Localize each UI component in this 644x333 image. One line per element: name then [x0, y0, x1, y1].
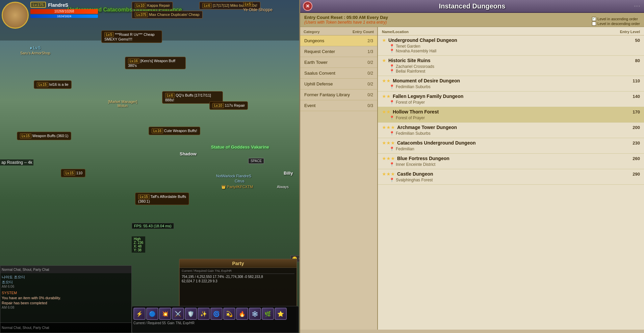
- dungeon-loc-8a: Inner Enceinte District: [396, 162, 435, 167]
- skill-icon-8[interactable]: 💫: [223, 308, 235, 320]
- ye-olde-label: Ye Olde Shoppe: [243, 7, 273, 12]
- stars-4: ★★: [382, 94, 391, 99]
- panel-header: ✕ Instanced Dungeons ···: [300, 0, 644, 13]
- location-icon-1a: 📍: [389, 44, 394, 49]
- chat-time-1: AM 6:06: [2, 285, 130, 288]
- location-icon-2b: 📍: [389, 69, 394, 74]
- skill-icon-9[interactable]: 🔥: [236, 308, 248, 320]
- category-name-fantasy: Former Fantasy Library: [304, 92, 367, 97]
- category-count-event: 0/3: [367, 103, 373, 108]
- category-count-earth: 0/2: [367, 60, 373, 65]
- tab-normal-chat[interactable]: Normal Chat, Shout, Party Chat: [2, 268, 49, 272]
- dungeon-castle[interactable]: ★★★ Castle Dungeon 290 📍 Svalphinghas Fo…: [378, 169, 644, 185]
- skill-icon-2[interactable]: 🔵: [146, 308, 158, 320]
- entry-level-5: 170: [633, 109, 640, 114]
- location-icon-6a: 📍: [389, 131, 394, 136]
- skill-icon-4[interactable]: ⚔️: [172, 308, 184, 320]
- sp-bar: 1624/1624: [30, 15, 98, 18]
- dungeon-name-9: Castle Dungeon: [397, 171, 633, 177]
- skill-icon-11[interactable]: 🌿: [262, 308, 274, 320]
- category-uphill[interactable]: Uphill Defense 0/2: [300, 79, 377, 89]
- entry-level-6: 200: [633, 125, 640, 130]
- dungeon-blue-fortress[interactable]: ★★★ Blue Fortress Dungeon 260 📍 Inner En…: [378, 154, 644, 169]
- category-dungeons[interactable]: Dungeons 2/3: [300, 35, 377, 46]
- sort-options: Level in ascending order Level in descen…: [592, 17, 640, 26]
- stars-3: ★★: [382, 78, 391, 83]
- location-icon-9a: 📍: [389, 178, 394, 182]
- skill-s1[interactable]: ⚡: [133, 308, 146, 320]
- dungeon-main-row-1: ★ Underground Chapel Dungeon 50: [382, 37, 640, 43]
- dungeon-underground-chapel[interactable]: ★ Underground Chapel Dungeon 50 📍 Tenet …: [378, 35, 644, 56]
- saru-label: ♦ Lv.5 Saru's ArmorShop: [20, 46, 50, 55]
- dungeon-monument[interactable]: ★★ Monument of Desire Dungeon 110 📍 Fedi…: [378, 76, 644, 92]
- dungeon-historic-site[interactable]: ★ Historic Site Ruins 80 📍 Zachariel Cro…: [378, 56, 644, 76]
- chat-msg-korean: 나아도 조으디조으디: [2, 275, 130, 285]
- dungeon-loc-4a: Forest of Prayer: [396, 100, 425, 105]
- menu-dots[interactable]: ···: [634, 3, 641, 9]
- dungeon-main-row-7: ★★★ Catacombs Underground Dungeon 230: [382, 140, 640, 146]
- party-row2: 62,024.7 1 8 222,29 9.3: [182, 279, 294, 283]
- hp-bar: 10268/10268: [30, 9, 98, 14]
- sort-descending[interactable]: Level in descending order: [592, 22, 640, 26]
- dungeon-catacombs[interactable]: ★★★ Catacombs Underground Dungeon 230 📍 …: [378, 138, 644, 154]
- location-icon-5a: 📍: [389, 116, 394, 120]
- shadow-label: Shadow: [180, 151, 197, 156]
- space-button[interactable]: SPACE: [248, 158, 264, 164]
- chat-lvl16: Lv.15 lvl16 is a lie: [34, 80, 72, 89]
- dungeon-archmage-tower[interactable]: ★★★ Archmage Tower Dungeon 200 📍 Fedimil…: [378, 123, 644, 138]
- sort-ascending[interactable]: Level in ascending order: [592, 17, 640, 21]
- category-earth-tower[interactable]: Earth Tower 0/2: [300, 57, 377, 68]
- dungeon-sub-1b: 📍 Novaha Assembly Hall: [382, 49, 640, 53]
- category-name-event: Event: [304, 103, 367, 108]
- category-name-uphill: Uphill Defense: [304, 81, 367, 86]
- token-info-text: (Users with Token benefits have 1 extra …: [304, 20, 640, 25]
- location-icon-1b: 📍: [389, 49, 394, 53]
- dungeon-sub-5a: 📍 Forest of Prayer: [382, 116, 640, 120]
- dungeon-name-8: Blue Fortress Dungeon: [397, 156, 633, 161]
- dungeon-loc-9a: Svalphinghas Forest: [396, 178, 433, 182]
- dungeon-loc-7a: Fedimilian: [396, 147, 414, 151]
- skill-icon-6[interactable]: ✨: [198, 308, 210, 320]
- dungeon-panel: ✕ Instanced Dungeons ··· Level in ascend…: [299, 0, 644, 333]
- dungeon-main-row-6: ★★★ Archmage Tower Dungeon 200: [382, 125, 640, 130]
- sort-descending-label: Level in descending order: [597, 22, 640, 26]
- category-event[interactable]: Event 0/3: [300, 100, 377, 111]
- skill-icon-3[interactable]: 💥: [159, 308, 171, 320]
- category-name-dungeons: Dungeons: [304, 38, 367, 43]
- dungeon-hollow-thorn[interactable]: ★★ Hollow Thorn Forest 170 📍 Forest of P…: [378, 107, 644, 123]
- category-request-center[interactable]: Request Center 1/3: [300, 46, 377, 57]
- dungeon-list: Name/Location Entry Level ★ Underground …: [378, 27, 644, 330]
- sort-descending-checkbox[interactable]: [592, 22, 596, 26]
- skill-icon-7[interactable]: 🌀: [210, 308, 223, 320]
- category-former-fantasy[interactable]: Former Fantasy Library 0/2: [300, 89, 377, 100]
- skill-icon-10[interactable]: ❄️: [249, 308, 261, 320]
- chat-box[interactable]: Normal Chat, Shout, Party Chat 나아도 조으디조으…: [0, 265, 132, 333]
- category-count-uphill: 0/2: [367, 82, 373, 86]
- dungeon-sub-1a: 📍 Tenet Garden: [382, 44, 640, 49]
- category-count-saalus: 0/2: [367, 71, 373, 76]
- dungeon-name-4: Fallen Legwyn Family Dungeon: [393, 94, 633, 99]
- close-button[interactable]: ✕: [303, 1, 312, 11]
- chat-repair: Lv.10 117s Repair: [209, 101, 248, 110]
- location-icon-4a: 📍: [389, 100, 394, 105]
- stars-6: ★★★: [382, 125, 395, 130]
- dungeon-main-row-5: ★★ Hollow Thorn Forest 170: [382, 109, 640, 114]
- billy-label: Billy: [284, 171, 293, 176]
- dungeon-fallen-legwyn[interactable]: ★★ Fallen Legwyn Family Dungeon 140 📍 Fo…: [378, 92, 644, 107]
- category-list: Category Entry Count Dungeons 2/3 Reques…: [300, 27, 378, 330]
- category-name-earth: Earth Tower: [304, 60, 367, 65]
- col-entry-level: Entry Level: [620, 30, 640, 34]
- skill-icon-5[interactable]: 🛡️: [185, 308, 197, 320]
- stars-9: ★★★: [382, 171, 395, 177]
- sort-ascending-checkbox[interactable]: [592, 17, 596, 21]
- entry-level-9: 290: [633, 172, 640, 177]
- category-saalus[interactable]: Saalus Convent 0/2: [300, 68, 377, 79]
- chat-roast: Lv.5 ***Roast R Us*** Cheap SMEXY Gems!!…: [101, 30, 162, 43]
- stars-7: ★★★: [382, 140, 395, 146]
- dungeon-main-row-9: ★★★ Castle Dungeon 290: [382, 171, 640, 177]
- always-label: Always: [277, 185, 289, 189]
- citrus-label: Citrus: [235, 179, 244, 183]
- panel-title: Instanced Dungeons: [439, 2, 506, 10]
- skill-icon-12[interactable]: ⭐: [275, 308, 287, 320]
- category-name-saalus: Saalus Convent: [304, 71, 367, 76]
